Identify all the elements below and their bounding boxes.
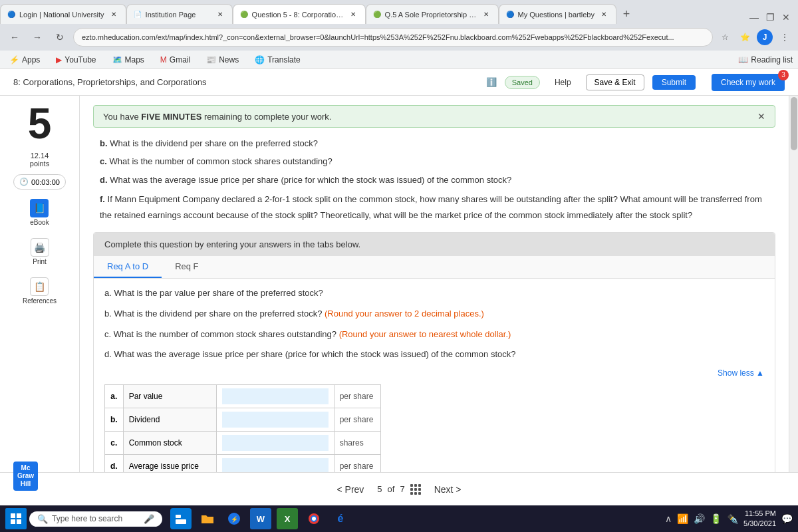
tray-battery-icon[interactable]: 🔋	[710, 513, 722, 524]
tray-notification-icon[interactable]: 💬	[781, 513, 793, 524]
question-part-c: c. What is the number of common stock sh…	[100, 154, 775, 169]
page-grid-icon[interactable]	[410, 484, 421, 495]
references-button[interactable]: 📋 References	[20, 275, 59, 307]
timer-box[interactable]: 🕐 00:03:00	[13, 174, 66, 190]
minimize-button[interactable]: —	[747, 11, 761, 24]
taskbar-app-word[interactable]: W	[250, 508, 271, 529]
check-my-work-button[interactable]: Check my work	[712, 74, 785, 91]
reading-list-label: Reading list	[751, 55, 793, 65]
save-exit-button[interactable]: Save & Exit	[586, 74, 644, 90]
taskbar-app-excel[interactable]: X	[277, 508, 298, 529]
tab-icon-institution: 📄	[134, 11, 142, 18]
reload-button[interactable]: ↻	[51, 28, 69, 47]
taskbar-app-explorer[interactable]	[170, 508, 192, 529]
taskbar-app-store[interactable]: ⚡	[223, 508, 245, 529]
req-question-c: c. What is the number of common stock sh…	[104, 328, 764, 342]
page-of: of	[388, 484, 395, 494]
tab-sole[interactable]: 🟢 Q.5 A Sole Proprietorship Was S... ✕	[366, 4, 499, 24]
reading-list-button[interactable]: 📖 Reading list	[738, 55, 793, 65]
restore-button[interactable]: ❐	[763, 11, 777, 24]
svg-rect-5	[176, 519, 186, 524]
tray-clock: 11:55 PM 5/30/2021	[743, 509, 776, 529]
address-bar-row: ← → ↻ ☆ ⭐ J ⋮	[0, 24, 798, 51]
part-f-letter: f.	[100, 194, 105, 204]
saved-badge: Saved	[505, 76, 540, 89]
bookmark-star-icon[interactable]: ☆	[717, 29, 733, 45]
bookmark-gmail[interactable]: M Gmail	[156, 54, 194, 66]
scroll-thumb[interactable]	[791, 97, 797, 150]
close-button[interactable]: ✕	[779, 11, 793, 24]
tab-req-a-d[interactable]: Req A to D	[94, 256, 162, 278]
svg-rect-4	[176, 515, 181, 518]
new-tab-button[interactable]: +	[616, 4, 636, 24]
tab-icon-bartleby: 🔵	[506, 11, 514, 18]
user-avatar[interactable]: J	[757, 29, 773, 45]
tab-close-sole[interactable]: ✕	[481, 9, 491, 20]
row-b-unit: per share	[334, 408, 380, 432]
row-b-label: Dividend	[123, 408, 216, 432]
taskbar-app-folder[interactable]	[197, 508, 218, 529]
bookmark-translate[interactable]: 🌐 Translate	[251, 54, 305, 66]
tab-close-question[interactable]: ✕	[348, 9, 358, 20]
info-icon[interactable]: ℹ️	[486, 77, 497, 87]
prev-question-button[interactable]: < Prev	[336, 484, 364, 495]
part-b-letter: b.	[100, 138, 108, 148]
tab-close-institution[interactable]: ✕	[215, 9, 225, 20]
help-button[interactable]: Help	[548, 75, 578, 90]
row-a-label: Par value	[123, 385, 216, 408]
row-b-input[interactable]	[222, 412, 329, 428]
tray-volume-icon[interactable]: 🔊	[694, 513, 705, 524]
row-d-input[interactable]	[222, 458, 329, 472]
right-scrollbar[interactable]	[789, 96, 798, 472]
top-nav: 8: Corporations, Proprietorships, and Co…	[0, 69, 798, 96]
start-button[interactable]	[5, 508, 27, 529]
address-input[interactable]	[73, 28, 713, 47]
tray-network-icon[interactable]: 📶	[677, 513, 688, 524]
tab-question-active[interactable]: 🟢 Question 5 - 8: Corporations, P... ✕	[233, 4, 366, 24]
taskbar-app-ie[interactable]: é	[330, 508, 351, 529]
tab-bartleby[interactable]: 🔵 My Questions | bartleby ✕	[499, 4, 616, 24]
submit-button[interactable]: Submit	[652, 75, 696, 90]
points-label: points	[30, 160, 49, 168]
address-bar-icons: ☆ ⭐ J ⋮	[717, 29, 793, 45]
part-f-text: If Mann Equipment Company declared a 2-f…	[100, 194, 762, 219]
tab-req-f[interactable]: Req F	[162, 256, 211, 278]
page-current: 5	[377, 484, 382, 494]
question-part-f: f. If Mann Equipment Company declared a …	[100, 192, 775, 223]
svg-rect-0	[11, 513, 15, 518]
tray-date-value: 5/30/2021	[743, 519, 776, 529]
req-q-b-letter: b.	[104, 309, 112, 319]
row-c-input[interactable]	[222, 435, 329, 451]
taskbar-app-chrome[interactable]	[303, 508, 325, 529]
tray-pen-icon[interactable]: ✒️	[727, 513, 738, 524]
extension-icon[interactable]: ⭐	[737, 29, 753, 45]
forward-button[interactable]: →	[28, 28, 47, 47]
tray-expand-icon[interactable]: ∧	[665, 513, 672, 524]
part-c-letter: c.	[100, 156, 107, 166]
tab-close-login[interactable]: ✕	[108, 9, 119, 20]
table-row-a: a. Par value per share	[105, 385, 381, 408]
tab-close-bartleby[interactable]: ✕	[598, 9, 609, 20]
taskbar-search-bar[interactable]: 🔍 Type here to search 🎤	[29, 511, 162, 527]
svg-rect-2	[11, 519, 15, 524]
bookmark-maps[interactable]: 🗺️ Maps	[108, 54, 148, 66]
tab-label-bartleby: My Questions | bartleby	[518, 11, 595, 19]
answer-input-table: a. Par value per share b. Dividend per s…	[104, 384, 381, 472]
bookmark-news[interactable]: 📰 News	[202, 54, 243, 66]
tab-label-login: Login | National University	[19, 11, 104, 19]
notification-close-button[interactable]: ✕	[757, 111, 765, 122]
row-a-input[interactable]	[222, 388, 329, 404]
ebook-button[interactable]: 📘 eBook	[27, 196, 51, 229]
tab-login[interactable]: 🔵 Login | National University ✕	[0, 4, 126, 24]
print-label: Print	[33, 258, 47, 265]
next-question-button[interactable]: Next >	[434, 484, 462, 495]
menu-icon[interactable]: ⋮	[777, 29, 793, 45]
tab-institution[interactable]: 📄 Institution Page ✕	[126, 4, 233, 24]
bookmark-youtube[interactable]: ▶ YouTube	[52, 54, 100, 66]
back-button[interactable]: ←	[5, 28, 24, 47]
print-button[interactable]: 🖨️ Print	[28, 235, 52, 268]
bookmark-apps[interactable]: ⚡ Apps	[5, 54, 44, 66]
show-less-button[interactable]: Show less ▲	[104, 368, 764, 378]
references-icon: 📋	[30, 277, 49, 296]
question-number: 5	[28, 102, 52, 145]
